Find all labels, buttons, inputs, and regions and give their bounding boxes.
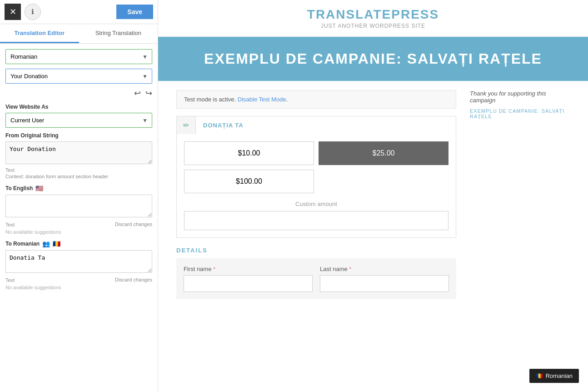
last-name-input[interactable] bbox=[320, 275, 449, 292]
to-english-section: To English 🇺🇸 Text Discard changes No av… bbox=[5, 185, 152, 235]
from-original-context: Context: donation form amount section he… bbox=[5, 174, 152, 179]
donation-amounts: $10.00 $25.00 $100.00 bbox=[177, 134, 456, 201]
test-mode-text: Test mode is active. bbox=[184, 96, 236, 103]
info-button[interactable]: ℹ bbox=[25, 4, 41, 20]
first-name-field: First name * bbox=[184, 266, 313, 292]
details-form: First name * Last name * bbox=[176, 258, 456, 299]
donation-edit-button[interactable]: ✏ bbox=[177, 116, 196, 134]
form-row: First name * Last name * bbox=[184, 266, 449, 292]
first-name-input[interactable] bbox=[184, 275, 313, 292]
custom-amount-section: Custom amount bbox=[177, 201, 456, 237]
view-as-section: View Website As Current UserGuest ▼ bbox=[5, 104, 152, 128]
prev-arrow-button[interactable]: ↩ bbox=[134, 88, 141, 98]
last-name-label: Last name * bbox=[320, 266, 449, 272]
amount-button-10[interactable]: $10.00 bbox=[184, 141, 314, 165]
to-english-input[interactable] bbox=[5, 195, 152, 217]
campaign-title: EXEMPLU DE CAMPANIE: SALVAȚI RAȚELE bbox=[167, 50, 579, 67]
string-select[interactable]: Your Donation bbox=[5, 69, 152, 84]
details-section: DETAILS First name * Last name bbox=[176, 247, 456, 299]
view-as-label: View Website As bbox=[5, 104, 152, 110]
details-title: DETAILS bbox=[176, 247, 456, 254]
donation-form-area: Test mode is active. Disable Test Mode. … bbox=[176, 90, 456, 299]
custom-amount-label: Custom amount bbox=[184, 201, 448, 207]
first-name-label: First name * bbox=[184, 266, 313, 272]
romanian-badge-label: Romanian bbox=[546, 372, 573, 379]
romanian-badge: 🇷🇴 Romanian bbox=[529, 369, 579, 383]
english-discard-row: Text Discard changes bbox=[5, 221, 152, 227]
view-as-select-wrap: Current UserGuest ▼ bbox=[5, 113, 152, 128]
left-panel: ✕ ℹ Save Translation Editor String Trans… bbox=[0, 0, 158, 392]
panel-content: RomanianEnglish ▼ Your Donation ▼ ↩ ↪ Vi… bbox=[0, 44, 158, 392]
last-name-field: Last name * bbox=[320, 266, 449, 292]
to-english-label: To English bbox=[5, 185, 33, 191]
romanian-flag-icon: 🇷🇴 bbox=[53, 240, 60, 247]
from-original-label: From Original String bbox=[5, 132, 152, 139]
sidebar-campaign-link: EXEMPLU DE CAMPANIE: SALVAȚI RAȚELE bbox=[470, 108, 570, 119]
sidebar-info: Thank you for supporting this campaign E… bbox=[470, 90, 570, 299]
romanian-discard-row: Text Discard changes bbox=[5, 276, 152, 283]
to-english-header: To English 🇺🇸 bbox=[5, 185, 152, 192]
first-name-required: * bbox=[213, 266, 215, 272]
test-mode-suffix: . bbox=[286, 96, 288, 103]
donation-section: ✏ DONAȚIA TA $10.00 $25.00 $100.00 Custo… bbox=[176, 116, 456, 238]
tab-translation-editor[interactable]: Translation Editor bbox=[0, 24, 79, 43]
save-button[interactable]: Save bbox=[116, 5, 153, 19]
thank-you-text: Thank you for supporting this campaign bbox=[470, 90, 570, 104]
english-discard-button[interactable]: Discard changes bbox=[115, 221, 152, 227]
view-as-select[interactable]: Current UserGuest bbox=[5, 113, 152, 128]
romanian-no-suggestions: No available suggestions bbox=[5, 285, 152, 290]
group-icon: 👥 bbox=[42, 240, 50, 247]
tabs: Translation Editor String Translation bbox=[0, 24, 158, 44]
donation-section-header: ✏ DONAȚIA TA bbox=[177, 116, 456, 134]
right-panel: TRANSLATEPRESS JUST ANOTHER WORDPRESS SI… bbox=[158, 0, 588, 392]
custom-amount-input[interactable] bbox=[184, 211, 448, 230]
romanian-discard-button[interactable]: Discard changes bbox=[115, 277, 152, 282]
tab-string-translation[interactable]: String Translation bbox=[79, 24, 158, 43]
from-original-section: From Original String Your Donation Text … bbox=[5, 132, 152, 179]
english-flag-icon: 🇺🇸 bbox=[35, 185, 43, 192]
site-title: TRANSLATEPRESS bbox=[165, 7, 581, 22]
nav-arrows: ↩ ↪ bbox=[5, 88, 152, 98]
from-original-textarea[interactable]: Your Donation bbox=[5, 141, 152, 164]
top-bar: ✕ ℹ Save bbox=[0, 0, 158, 24]
next-arrow-button[interactable]: ↪ bbox=[145, 88, 152, 98]
site-header: TRANSLATEPRESS JUST ANOTHER WORDPRESS SI… bbox=[158, 0, 588, 37]
to-romanian-input[interactable]: Donatia Ta bbox=[5, 250, 152, 273]
english-no-suggestions: No available suggestions bbox=[5, 229, 152, 235]
campaign-banner: EXEMPLU DE CAMPANIE: SALVAȚI RAȚELE bbox=[158, 37, 588, 81]
disable-test-mode-link[interactable]: Disable Test Mode bbox=[238, 96, 286, 103]
romanian-type-label: Text bbox=[5, 277, 15, 283]
amount-button-25[interactable]: $25.00 bbox=[319, 141, 448, 165]
to-romanian-label: To Romanian bbox=[5, 241, 40, 247]
english-type-label: Text bbox=[5, 222, 15, 227]
romanian-badge-flag: 🇷🇴 bbox=[536, 372, 543, 379]
donation-section-title: DONAȚIA TA bbox=[196, 116, 251, 134]
test-mode-notice: Test mode is active. Disable Test Mode. bbox=[176, 90, 456, 109]
last-name-required: * bbox=[349, 266, 351, 272]
main-content: Test mode is active. Disable Test Mode. … bbox=[158, 81, 588, 308]
string-select-wrap: Your Donation ▼ bbox=[5, 69, 152, 84]
from-original-type: Text bbox=[5, 167, 152, 173]
to-romanian-header: To Romanian 👥 🇷🇴 bbox=[5, 240, 152, 247]
close-button[interactable]: ✕ bbox=[5, 4, 21, 20]
language-select-wrap: RomanianEnglish ▼ bbox=[5, 49, 152, 64]
language-select[interactable]: RomanianEnglish bbox=[5, 49, 152, 64]
site-subtitle: JUST ANOTHER WORDPRESS SITE bbox=[165, 23, 581, 29]
amount-button-100[interactable]: $100.00 bbox=[184, 170, 314, 193]
to-romanian-section: To Romanian 👥 🇷🇴 Donatia Ta Text Discard… bbox=[5, 240, 152, 290]
